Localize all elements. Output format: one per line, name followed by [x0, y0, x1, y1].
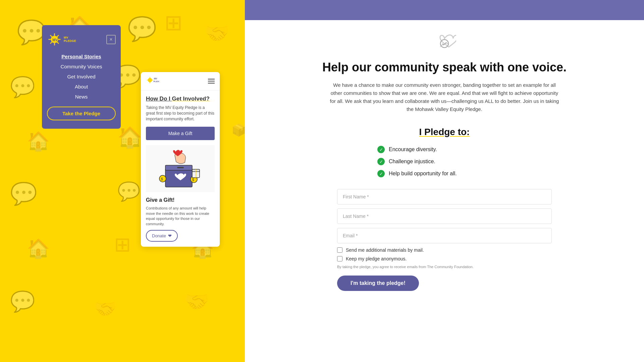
- nav-links: Personal Stories Community Voices Get In…: [47, 54, 116, 100]
- anonymous-checkbox-label: Keep my pledge anonymous.: [346, 256, 407, 261]
- svg-text:MV: MV: [154, 77, 157, 80]
- nav-item-about[interactable]: About: [47, 84, 116, 90]
- svg-text:💬: 💬: [127, 15, 157, 43]
- nav-link-community-voices[interactable]: Community Voices: [60, 64, 102, 69]
- pledge-item-2: ✓ Challenge injustice.: [377, 158, 512, 165]
- nav-item-get-involved[interactable]: Get Involved: [47, 74, 116, 80]
- give-gift-desc: Contributions of any amount will help mo…: [146, 206, 215, 227]
- svg-text:🤝: 🤝: [205, 21, 230, 45]
- mobile-title-underline: Get Involved?: [172, 96, 209, 102]
- mobile-title: How Do I Get Involved?: [146, 96, 215, 102]
- check-icon-1: ✓: [377, 146, 385, 153]
- close-nav-button[interactable]: ×: [106, 35, 116, 44]
- svg-line-30: [57, 35, 59, 37]
- mobile-logo: MV PLEDGE: [146, 76, 159, 86]
- give-gift-title: Give a Gift!: [146, 197, 215, 203]
- close-icon: ×: [109, 37, 112, 43]
- svg-text:⊞: ⊞: [164, 10, 182, 35]
- svg-text:📦: 📦: [231, 123, 245, 137]
- check-icon-3: ✓: [377, 170, 385, 177]
- svg-text:🏠: 🏠: [27, 238, 50, 259]
- mobile-popup-header: MV PLEDGE: [141, 72, 220, 90]
- pledge-item-3: ✓ Help build opportunity for all.: [377, 170, 512, 177]
- make-gift-button[interactable]: Make a Gift: [146, 127, 215, 140]
- mail-checkbox[interactable]: [337, 247, 342, 253]
- svg-rect-42: [177, 167, 184, 168]
- svg-text:$: $: [192, 178, 194, 182]
- pledge-item-label-3: Help build opportunity for all.: [389, 171, 457, 177]
- mobile-description: Taking the MV Equity Pledge is a great f…: [146, 105, 215, 122]
- pledge-description: We have a chance to make our community e…: [327, 81, 562, 113]
- left-panel: 💬 🏠 💬 ⊞ 🤝 💬 💬 🏠 🏠 🏠 🤝 💬 💬 ⊞ 🏠 ⊞ 🏠 💬 🤝 🤝 …: [0, 0, 245, 362]
- donate-btn-label: Donate: [152, 233, 166, 238]
- svg-point-33: [148, 78, 152, 82]
- pledge-list: ✓ Encourage diversity. ✓ Challenge injus…: [377, 146, 512, 177]
- svg-text:🏠: 🏠: [27, 130, 50, 152]
- svg-text:🤝: 🤝: [184, 290, 210, 313]
- nav-item-news[interactable]: News: [47, 94, 116, 100]
- nav-link-get-involved[interactable]: Get Involved: [67, 74, 95, 79]
- pledge-items-section: I Pledge to: ✓ Encourage diversity. ✓ Ch…: [265, 127, 624, 177]
- svg-text:🏠: 🏠: [117, 125, 143, 149]
- svg-text:MV: MV: [52, 38, 58, 42]
- donate-arrow-icon: ❤: [168, 233, 172, 238]
- svg-text:💬: 💬: [10, 75, 35, 99]
- i-pledge-title: I Pledge to:: [265, 127, 624, 137]
- anonymous-checkbox[interactable]: [337, 256, 342, 261]
- svg-text:⊞: ⊞: [114, 233, 131, 256]
- take-pledge-button[interactable]: Take the Pledge: [47, 107, 116, 120]
- right-content: Help our community speak with one voice.…: [245, 20, 644, 362]
- check-icon-2: ✓: [377, 158, 385, 165]
- nav-popup: MV MV PLEDGE × Personal Stories Communit…: [42, 25, 121, 129]
- last-name-input[interactable]: [337, 208, 552, 224]
- form-section: Send me additional materials by mail. Ke…: [337, 189, 552, 291]
- hamburger-menu[interactable]: [208, 79, 215, 83]
- mobile-title-plain: How Do I: [146, 96, 172, 102]
- mail-checkbox-row: Send me additional materials by mail.: [337, 247, 552, 253]
- svg-text:💬: 💬: [10, 290, 35, 313]
- pledge-hero: Help our community speak with one voice.…: [265, 34, 624, 113]
- svg-text:$: $: [161, 177, 163, 181]
- nav-item-personal-stories[interactable]: Personal Stories: [47, 54, 116, 60]
- gift-illustration: $ $: [146, 145, 215, 192]
- legal-text: By taking the pledge, you agree to recei…: [337, 265, 552, 269]
- logo-container: MV MV PLEDGE: [47, 32, 76, 47]
- svg-text:💬: 💬: [117, 181, 141, 202]
- right-top-bar: [245, 0, 644, 20]
- right-panel: Help our community speak with one voice.…: [245, 0, 644, 362]
- pledge-item-label-2: Challenge injustice.: [389, 159, 435, 165]
- mobile-popup: MV PLEDGE How Do I Get Involved? Taking …: [141, 72, 220, 247]
- pledge-main-title: Help our community speak with one voice.: [265, 60, 624, 74]
- first-name-input[interactable]: [337, 189, 552, 204]
- donate-button[interactable]: Donate ❤: [146, 230, 178, 242]
- submit-pledge-button[interactable]: I'm taking the pledge!: [337, 276, 419, 291]
- svg-line-29: [57, 42, 59, 44]
- nav-link-about[interactable]: About: [75, 84, 88, 89]
- email-input[interactable]: [337, 228, 552, 243]
- svg-line-28: [50, 35, 52, 37]
- svg-text:🤝: 🤝: [94, 298, 117, 320]
- pledge-item-1: ✓ Encourage diversity.: [377, 146, 512, 153]
- mail-checkbox-label: Send me additional materials by mail.: [346, 247, 424, 253]
- svg-text:PLEDGE: PLEDGE: [153, 80, 159, 82]
- nav-item-community-voices[interactable]: Community Voices: [47, 64, 116, 70]
- nav-popup-header: MV MV PLEDGE ×: [47, 32, 116, 47]
- mobile-popup-content: How Do I Get Involved? Taking the MV Equ…: [141, 90, 220, 247]
- svg-text:💬: 💬: [10, 181, 38, 207]
- svg-line-31: [50, 42, 52, 44]
- anonymous-checkbox-row: Keep my pledge anonymous.: [337, 256, 552, 261]
- pledge-item-label-1: Encourage diversity.: [389, 146, 437, 153]
- pledge-heart-icon-container: [265, 34, 624, 55]
- nav-link-personal-stories[interactable]: Personal Stories: [61, 54, 101, 59]
- nav-link-news[interactable]: News: [75, 94, 88, 100]
